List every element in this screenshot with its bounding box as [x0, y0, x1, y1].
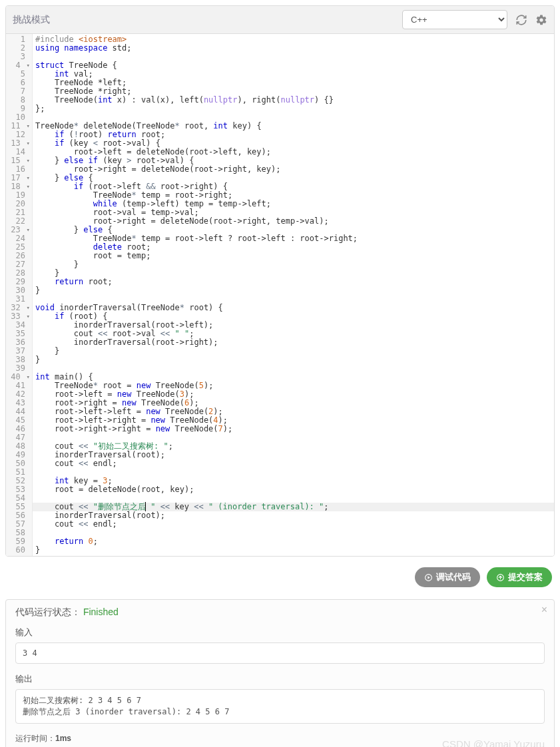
submit-button[interactable]: 提交答案	[487, 567, 552, 587]
code-line[interactable]	[35, 529, 551, 537]
code-line[interactable]: void inorderTraversal(TreeNode* root) {	[35, 304, 551, 312]
status-value: Finished	[83, 607, 119, 617]
output-label: 输出	[15, 673, 545, 685]
code-line[interactable]: inorderTraversal(root->right);	[35, 338, 551, 347]
runtime-label: 运行时间：	[15, 734, 55, 743]
code-line[interactable]: }	[35, 269, 551, 278]
submit-button-label: 提交答案	[508, 571, 543, 583]
code-line[interactable]	[35, 364, 551, 373]
action-row: 调试代码 提交答案	[0, 562, 560, 597]
code-editor[interactable]: 1234 ▾567891011 ▾1213 ▾1415 ▾1617 ▾18 ▾1…	[6, 34, 554, 556]
code-line[interactable]: using namespace std;	[35, 44, 551, 53]
debug-button[interactable]: 调试代码	[415, 567, 480, 587]
code-line[interactable]: return root;	[35, 278, 551, 286]
result-header: 代码运行状态： Finished	[6, 600, 554, 619]
runtime: 运行时间：1ms	[15, 733, 545, 744]
header-controls: C++	[402, 10, 547, 29]
code-line[interactable]: }	[35, 546, 551, 555]
refresh-icon[interactable]	[515, 14, 527, 26]
output-box: 初始二叉搜索树: 2 3 4 5 6 7 删除节点之后 3 (inorder t…	[15, 689, 545, 724]
code-content[interactable]: #include <iostream>using namespace std;s…	[33, 34, 554, 556]
svg-marker-1	[427, 576, 429, 579]
code-line[interactable]: TreeNode(int x) : val(x), left(nullptr),…	[35, 96, 551, 105]
mode-label: 挑战模式	[13, 14, 50, 26]
code-line[interactable]	[35, 468, 551, 477]
debug-button-label: 调试代码	[436, 571, 471, 583]
code-line[interactable]: }	[35, 260, 551, 269]
code-line[interactable]: root = deleteNode(root, key);	[35, 485, 551, 494]
runtime-value: 1ms	[55, 734, 71, 743]
code-line[interactable]: root->right = deleteNode(root->right, te…	[35, 217, 551, 226]
code-line[interactable]: root->right->right = new TreeNode(7);	[35, 425, 551, 433]
input-box: 3 4	[15, 642, 545, 664]
code-line[interactable]: cout << endl;	[35, 520, 551, 529]
code-line[interactable]: }	[35, 347, 551, 356]
result-panel: × 代码运行状态： Finished 输入 3 4 输出 初始二叉搜索树: 2 …	[5, 599, 555, 747]
line-number: 60	[6, 546, 28, 555]
editor-panel: 挑战模式 C++ 1234 ▾567891011 ▾1213 ▾1415 ▾16…	[5, 5, 555, 557]
code-line[interactable]: };	[35, 105, 551, 113]
input-label: 输入	[15, 626, 545, 638]
result-body: 输入 3 4 输出 初始二叉搜索树: 2 3 4 5 6 7 删除节点之后 3 …	[6, 619, 554, 747]
code-line[interactable]: }	[35, 286, 551, 295]
code-line[interactable]: cout << endl;	[35, 459, 551, 468]
code-line[interactable]: struct TreeNode {	[35, 61, 551, 70]
editor-header: 挑战模式 C++	[6, 6, 554, 34]
code-line[interactable]: root->right = deleteNode(root->right, ke…	[35, 165, 551, 174]
close-icon[interactable]: ×	[541, 604, 547, 616]
code-line[interactable]: }	[35, 356, 551, 364]
line-gutter: 1234 ▾567891011 ▾1213 ▾1415 ▾1617 ▾18 ▾1…	[6, 34, 33, 556]
code-line[interactable]: root = temp;	[35, 252, 551, 260]
gear-icon[interactable]	[535, 14, 547, 26]
code-line[interactable]: return 0;	[35, 537, 551, 546]
status-label: 代码运行状态：	[15, 607, 81, 617]
language-select[interactable]: C++	[402, 10, 507, 29]
